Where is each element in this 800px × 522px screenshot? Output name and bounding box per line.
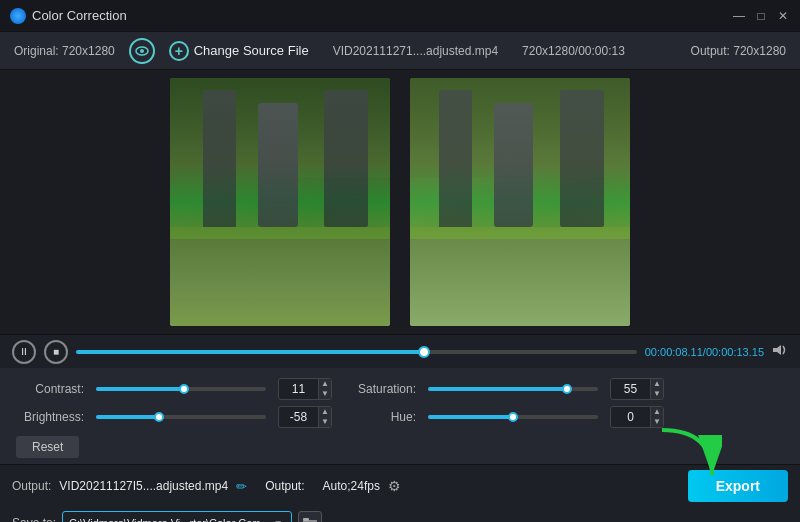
contrast-value: 11 <box>279 382 318 396</box>
export-button[interactable]: Export <box>688 470 788 502</box>
controls-area: Contrast: 11 ▲ ▼ Saturation: 55 ▲ ▼ Brig… <box>0 368 800 464</box>
saturation-up[interactable]: ▲ <box>651 379 663 389</box>
contrast-spinners: ▲ ▼ <box>318 379 331 399</box>
settings-icon[interactable]: ⚙ <box>388 478 401 494</box>
window-controls: — □ ✕ <box>732 9 790 23</box>
svg-marker-2 <box>773 345 781 355</box>
file-name: VID202111271....adjusted.mp4 <box>333 44 498 58</box>
preview-output <box>410 78 630 326</box>
hue-value: 0 <box>611 410 650 424</box>
saturation-spinners: ▲ ▼ <box>650 379 663 399</box>
hue-label: Hue: <box>344 410 416 424</box>
saturation-fill <box>428 387 567 391</box>
saturation-down[interactable]: ▼ <box>651 389 663 399</box>
contrast-fill <box>96 387 184 391</box>
maximize-button[interactable]: □ <box>754 9 768 23</box>
original-label: Original: 720x1280 <box>14 44 115 58</box>
brightness-value-box: -58 ▲ ▼ <box>278 406 332 428</box>
saturation-value-box: 55 ▲ ▼ <box>610 378 664 400</box>
svg-rect-4 <box>303 518 309 521</box>
saturation-thumb[interactable] <box>562 384 572 394</box>
contrast-label: Contrast: <box>16 382 84 396</box>
hue-fill <box>428 415 513 419</box>
hue-thumb[interactable] <box>508 412 518 422</box>
pause-button[interactable]: ⏸ <box>12 340 36 364</box>
output-file-name: VID20211127I5....adjusted.mp4 <box>59 479 228 493</box>
close-button[interactable]: ✕ <box>776 9 790 23</box>
plus-icon: + <box>169 41 189 61</box>
change-source-button[interactable]: + Change Source File <box>169 41 309 61</box>
contrast-up[interactable]: ▲ <box>319 379 331 389</box>
minimize-button[interactable]: — <box>732 9 746 23</box>
hue-up[interactable]: ▲ <box>651 407 663 417</box>
hue-value-box: 0 ▲ ▼ <box>610 406 664 428</box>
brightness-slider[interactable] <box>96 415 266 419</box>
window-title: Color Correction <box>32 8 127 23</box>
saturation-value: 55 <box>611 382 650 396</box>
output-label: Output: 720x1280 <box>691 44 786 58</box>
brightness-spinners: ▲ ▼ <box>318 407 331 427</box>
title-bar: Color Correction — □ ✕ <box>0 0 800 32</box>
title-bar-left: Color Correction <box>10 8 127 24</box>
reset-button[interactable]: Reset <box>16 436 79 458</box>
output-fps-label: Output: <box>265 479 304 493</box>
contrast-thumb[interactable] <box>179 384 189 394</box>
hue-spinners: ▲ ▼ <box>650 407 663 427</box>
brightness-down[interactable]: ▼ <box>319 417 331 427</box>
eye-button[interactable] <box>129 38 155 64</box>
timeline-fill <box>76 350 424 354</box>
bottom-bar: Output: VID20211127I5....adjusted.mp4 ✏ … <box>0 464 800 507</box>
top-toolbar: Original: 720x1280 + Change Source File … <box>0 32 800 70</box>
edit-icon[interactable]: ✏ <box>236 479 247 494</box>
preview-original <box>170 78 390 326</box>
hue-slider[interactable] <box>428 415 598 419</box>
original-video-frame <box>170 78 390 326</box>
file-resolution: 720x1280/00:00:13 <box>522 44 625 58</box>
time-display: 00:00:08.11/00:00:13.15 <box>645 346 764 358</box>
save-row: Save to: C:\Vidmore\Vidmore Vi...rter\Co… <box>0 507 800 522</box>
output-video-frame <box>410 78 630 326</box>
save-folder-button[interactable] <box>298 511 322 522</box>
change-source-label: Change Source File <box>194 43 309 58</box>
preview-area <box>0 70 800 334</box>
svg-point-1 <box>140 49 144 53</box>
saturation-label: Saturation: <box>344 382 416 396</box>
contrast-value-box: 11 ▲ ▼ <box>278 378 332 400</box>
save-path-box: C:\Vidmore\Vidmore Vi...rter\Color Corre… <box>62 511 292 522</box>
save-path: C:\Vidmore\Vidmore Vi...rter\Color Corre… <box>69 517 271 522</box>
brightness-fill <box>96 415 159 419</box>
save-label: Save to: <box>12 516 56 522</box>
contrast-slider[interactable] <box>96 387 266 391</box>
brightness-row: Brightness: -58 ▲ ▼ Hue: 0 ▲ ▼ <box>16 406 784 428</box>
hue-down[interactable]: ▼ <box>651 417 663 427</box>
timeline-track[interactable] <box>76 350 637 354</box>
save-dropdown-button[interactable]: ▼ <box>271 518 285 523</box>
contrast-row: Contrast: 11 ▲ ▼ Saturation: 55 ▲ ▼ <box>16 378 784 400</box>
brightness-up[interactable]: ▲ <box>319 407 331 417</box>
app-icon <box>10 8 26 24</box>
contrast-down[interactable]: ▼ <box>319 389 331 399</box>
stop-button[interactable]: ■ <box>44 340 68 364</box>
brightness-value: -58 <box>279 410 318 424</box>
volume-icon[interactable] <box>772 343 788 360</box>
saturation-slider[interactable] <box>428 387 598 391</box>
playback-bar: ⏸ ■ 00:00:08.11/00:00:13.15 <box>0 334 800 368</box>
brightness-thumb[interactable] <box>154 412 164 422</box>
output-fps: Auto;24fps <box>323 479 380 493</box>
output-file-label: Output: <box>12 479 51 493</box>
timeline-thumb[interactable] <box>418 346 430 358</box>
brightness-label: Brightness: <box>16 410 84 424</box>
